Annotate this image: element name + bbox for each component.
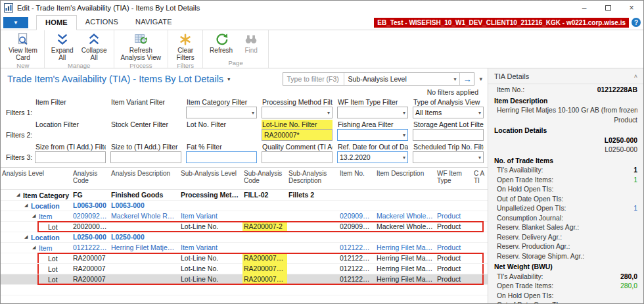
- button-label: CollapseAll: [81, 47, 107, 61]
- ribbon-button[interactable]: Find: [237, 32, 265, 55]
- ribbon-tab[interactable]: HOME: [36, 15, 77, 30]
- cell-sub-analysis-level: Item Variant: [179, 211, 242, 222]
- sidebar-field-value[interactable]: 280,0: [620, 282, 637, 291]
- tree-expander-icon[interactable]: [24, 201, 31, 211]
- sidebar-field: Out of Date Open TIs:: [488, 195, 643, 205]
- table-header-cell[interactable]: Analysis Description: [110, 168, 179, 178]
- table-row[interactable]: Location L0250-000 L0250-000: [1, 232, 488, 243]
- table-header-cell[interactable]: Item No.: [338, 168, 375, 178]
- grid-header: Analysis LevelAnalysis CodeAnalysis Desc…: [1, 168, 488, 190]
- cell-wf-item-type: Product: [436, 243, 472, 253]
- filter-field-label: Ref. Date for Out of Date Calc.: [337, 142, 408, 151]
- ribbon-button[interactable]: Refresh: [206, 32, 236, 55]
- sidebar-field-value[interactable]: L0250-000: [605, 137, 637, 145]
- ribbon-button[interactable]: View ItemCard: [5, 32, 41, 61]
- cell-analysis-description: Herring Filet Matjes 10-10...: [110, 243, 179, 253]
- filter-input[interactable]: All Items ▾: [413, 107, 484, 118]
- filter-field: Storage Agent Lot Filter ▾ …: [413, 120, 484, 141]
- cell-sub-analysis-level: Lot-Line No.: [179, 222, 242, 232]
- table-row[interactable]: Lot 2002000006 Lot-Line No. RA200007-2 0…: [1, 222, 488, 232]
- quick-filter-input[interactable]: [283, 75, 344, 83]
- maximize-button[interactable]: [596, 1, 620, 15]
- cell-wf-item-type: Product: [436, 264, 472, 274]
- ribbon-button[interactable]: ClearFilters: [172, 32, 199, 61]
- filter-input[interactable]: ▾: [337, 107, 408, 118]
- tree-expander-icon[interactable]: [32, 211, 39, 222]
- apply-filter-button[interactable]: →: [459, 73, 474, 85]
- table-row[interactable]: Location L0063-000 L0063-000: [1, 201, 488, 211]
- filter-input[interactable]: ▾: [186, 151, 257, 163]
- filter-input[interactable]: ▾: [110, 151, 181, 163]
- button-icon: [55, 32, 70, 47]
- filter-input[interactable]: ▾: [35, 151, 106, 163]
- table-row[interactable]: Lot RA200007 Lot-Line No. RA200007-111 0…: [1, 253, 488, 264]
- cell-item-description: [375, 201, 436, 211]
- cell-sub-analysis-level: Lot-Line No.: [179, 253, 242, 264]
- ribbon-group: View ItemCard New: [2, 30, 45, 68]
- table-header-cell[interactable]: WF Item Type: [436, 168, 472, 186]
- tree-expander-icon[interactable]: [16, 190, 23, 201]
- sidebar-field-value[interactable]: 1: [633, 166, 637, 175]
- filter-input[interactable]: RA200007* ▾: [262, 129, 333, 141]
- chevron-down-icon: ▾: [403, 110, 405, 116]
- ribbon-button[interactable]: CollapseAll: [78, 32, 110, 61]
- sidebar-field-value[interactable]: 1: [633, 205, 637, 213]
- sidebar-field-label: Open Trade Items:: [497, 176, 553, 185]
- table-header-cell[interactable]: Sub-Analysis Description: [287, 168, 338, 186]
- chevron-down-icon: ▾: [252, 110, 254, 116]
- app-menu-button[interactable]: ▼: [3, 17, 28, 28]
- sidebar-field-value[interactable]: Herring Filet Matjes 10-100 Gr AB (from …: [497, 107, 637, 115]
- window-title: Edit - Trade Item's Availability (TIA) -…: [17, 4, 200, 12]
- collapse-panel-icon[interactable]: ˄: [634, 73, 637, 80]
- sidebar-field-value[interactable]: 1: [633, 176, 637, 185]
- sidebar-field-label: Item Description: [494, 97, 547, 106]
- cell-sub-analysis-level: [179, 201, 242, 211]
- cell-item-description: Herring Filet Matjes 10-...: [375, 253, 436, 264]
- quick-filter-column-select[interactable]: Sub-Analysis Level ▾: [344, 73, 459, 85]
- page-title-caret-icon[interactable]: ▾: [227, 76, 230, 82]
- filter-input[interactable]: ▾: [337, 129, 408, 141]
- cell-sub-analysis-description: [287, 243, 338, 253]
- sidebar-field-value[interactable]: Product: [614, 116, 637, 125]
- help-icon[interactable]: ?: [632, 18, 641, 27]
- quick-filter-column-value: Sub-Analysis Level: [348, 75, 406, 83]
- filter-input[interactable]: ▾: [413, 129, 484, 141]
- table-row[interactable]: Item 01212228AB Herring Filet Matjes 10-…: [1, 243, 488, 253]
- tree-expander-icon[interactable]: [24, 232, 31, 243]
- filter-field: Processing Method Filter ▾ …: [262, 97, 333, 118]
- sidebar-field: Reserv. Storage Shipm. Agr.:: [488, 252, 643, 262]
- table-row[interactable]: Lot RA200007 Lot-Line No. RA200007-123 0…: [1, 274, 488, 285]
- ribbon-button[interactable]: RefreshAnalysis View: [118, 32, 165, 61]
- ribbon-tab[interactable]: NAVIGATE: [127, 15, 181, 30]
- filter-pane-chevron-icon[interactable]: ▾: [479, 76, 482, 82]
- table-header-cell[interactable]: C A TI: [472, 168, 488, 186]
- filter-field-label: Item Filter: [35, 97, 106, 107]
- table-row[interactable]: Item 0209092000 Mackerel Whole Round Fr.…: [1, 211, 488, 222]
- cell-item-no: 01212228AB: [338, 253, 375, 264]
- sidebar-field-value[interactable]: 280,0: [620, 273, 637, 282]
- table-header-cell[interactable]: Sub-Analysis Level: [179, 168, 242, 178]
- close-button[interactable]: ×: [620, 1, 643, 15]
- filter-input[interactable]: ▾: [413, 151, 484, 163]
- table-row[interactable]: Lot RA200007 Lot-Line No. RA200007-122 0…: [1, 264, 488, 274]
- filter-input[interactable]: 13.2.2020 ▾: [337, 151, 408, 163]
- filter-input[interactable]: ▾: [262, 151, 333, 163]
- filter-input[interactable]: ▾: [186, 107, 257, 118]
- cell-sub-analysis-description: [287, 232, 338, 243]
- tree-expander-icon[interactable]: [32, 243, 39, 253]
- table-header-cell[interactable]: Analysis Code: [72, 168, 110, 186]
- table-header-cell[interactable]: Analysis Level: [1, 168, 72, 178]
- sidebar-field-value[interactable]: L0250-000: [605, 146, 637, 155]
- ribbon-button[interactable]: ExpandAll: [48, 32, 77, 61]
- table-header-cell[interactable]: Item Description: [375, 168, 436, 178]
- sidebar-field: L0250-000: [488, 145, 643, 155]
- table-row[interactable]: Item Category FG Finished Goods Processi…: [1, 190, 488, 201]
- sidebar-field-value[interactable]: 01212228AB: [597, 86, 637, 95]
- minimize-button[interactable]: –: [572, 1, 596, 15]
- table-header-cell[interactable]: Sub-Analysis Code: [242, 168, 287, 186]
- page-content: Trade Item's Availability (TIA) - Items …: [1, 68, 488, 303]
- filter-field: Scheduled Trip No. Filter ▾ …: [413, 142, 484, 163]
- ribbon-tab[interactable]: ACTIONS: [77, 15, 127, 30]
- filter-input[interactable]: ▾: [262, 107, 333, 118]
- button-label: ClearFilters: [176, 47, 194, 61]
